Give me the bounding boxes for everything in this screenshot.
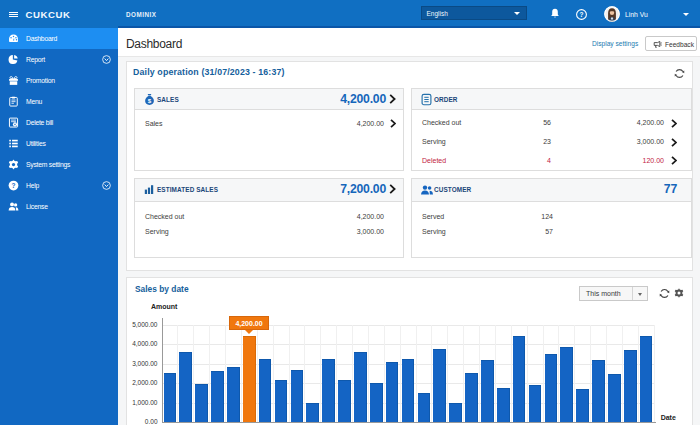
svg-text:$: $	[148, 97, 152, 104]
svg-text:?: ?	[580, 11, 584, 18]
svg-text:?: ?	[11, 182, 15, 189]
